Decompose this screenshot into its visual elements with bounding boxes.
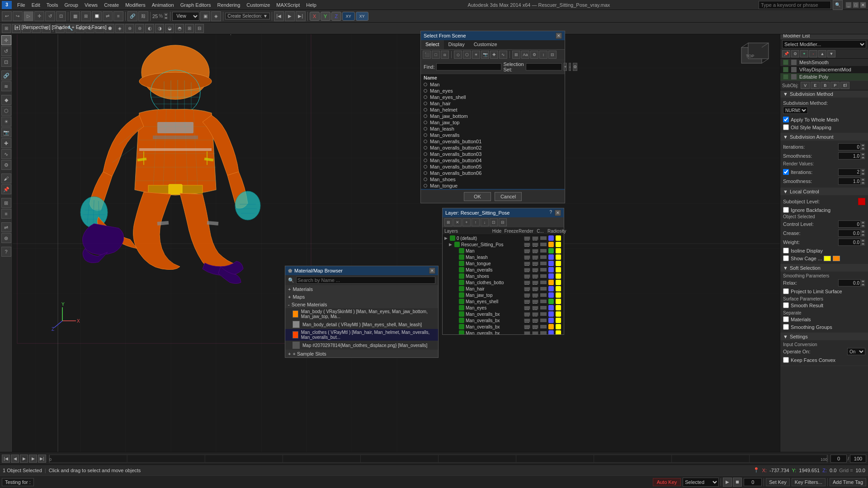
tool-snap[interactable]: ⊞ [1, 198, 11, 208]
tool-spacewarp2[interactable]: ∿ [1, 149, 11, 159]
sel-set-btn2[interactable]: - [569, 63, 571, 71]
scene-radio-btn04[interactable] [424, 159, 427, 162]
menu-group[interactable]: Group [61, 1, 81, 9]
add-time-tag-btn[interactable]: Add Time Tag [830, 478, 866, 486]
iterations-up[interactable]: ▲ [861, 144, 865, 147]
scene-radio-tongue[interactable] [424, 184, 427, 188]
tool-link[interactable]: 🔗 [1, 70, 11, 80]
render-iterations-input[interactable] [838, 169, 861, 176]
scene-item-man-eyes-shell[interactable]: Man_eyes_shell [421, 94, 565, 100]
layer-list-item[interactable]: ▶ Rescuer_Sitting_Pos ---- ---- [443, 241, 564, 248]
remove-modifier-btn[interactable]: - [809, 50, 817, 57]
layer-list-item[interactable]: Man_overalls_bx ---- ---- [443, 330, 564, 334]
menu-file[interactable]: File [14, 1, 28, 9]
show-cage-cb[interactable] [783, 255, 789, 261]
scene-radio-man[interactable] [424, 83, 427, 86]
maximize-button[interactable]: □ [853, 2, 859, 8]
tool-rivet[interactable]: 📌 [1, 184, 11, 194]
scene-item-man-helmet[interactable]: Man_helmet [421, 107, 565, 113]
view-btn[interactable]: ▣ [200, 11, 210, 21]
tb3-12[interactable]: ◈ [115, 24, 124, 33]
scene-item-button05[interactable]: Man_overalls_button05 [421, 164, 565, 170]
tb3-13[interactable]: ⊛ [125, 24, 134, 33]
ctrl-level-down[interactable]: ▼ [861, 225, 865, 228]
prev-frame-btn[interactable]: |◀ [274, 11, 284, 21]
layer-list-item[interactable]: Man ---- ---- [443, 248, 564, 254]
mirror-btn[interactable]: ⇌ [103, 11, 113, 21]
relax-up[interactable]: ▲ [861, 280, 865, 283]
keep-faces-convex-cb[interactable] [783, 357, 789, 363]
layer-expand-icon[interactable]: ▶ [444, 236, 450, 240]
crease-up[interactable]: ▲ [861, 230, 865, 233]
scene-radio-jaw-top[interactable] [424, 121, 427, 124]
tool-helper[interactable]: ✚ [1, 138, 11, 148]
menu-views[interactable]: Views [82, 1, 100, 9]
tb3-17[interactable]: ◒ [165, 24, 174, 33]
mat-maps-header[interactable]: + Maps [285, 293, 438, 300]
scene-item-man[interactable]: Man [421, 81, 565, 88]
layer-color-swatch[interactable] [548, 273, 554, 279]
layer-list-item[interactable]: Man_tongue ---- ---- [443, 260, 564, 267]
columns-btn[interactable]: ⊟ [548, 51, 557, 59]
timeline-start-btn[interactable]: |◀ [2, 455, 10, 463]
undo-btn[interactable]: ↩ [2, 11, 12, 21]
modifier-checkbox3[interactable] [783, 74, 788, 80]
relax-input[interactable] [838, 279, 861, 286]
layer-color-swatch[interactable] [548, 299, 554, 304]
mat-item-body-detail[interactable]: Man_body_detail ( VRayMtl ) [Man_eyes_sh… [285, 320, 438, 329]
smoothing-groups-cb[interactable] [783, 324, 789, 330]
layer-list-item[interactable]: Man_overalls_bx ---- ---- [443, 317, 564, 324]
scene-radio-btn01[interactable] [424, 140, 427, 143]
menu-customize[interactable]: Customize [244, 1, 273, 9]
cage-color2[interactable] [833, 256, 840, 261]
scene-item-man-jaw-bottom[interactable]: Man_jaw_bottom [421, 113, 565, 119]
ctrl-level-up[interactable]: ▲ [861, 221, 865, 224]
menu-animation[interactable]: Animation [149, 1, 177, 9]
layer-color-swatch[interactable] [548, 324, 554, 329]
selection-set-input[interactable] [526, 63, 562, 70]
testing-for-label[interactable]: Testing for : [2, 478, 34, 486]
layer-tool2[interactable]: ✕ [453, 218, 462, 226]
case-btn[interactable]: Aa [521, 51, 529, 59]
ignore-backfacing-cb[interactable] [783, 207, 789, 213]
total-frames-input[interactable]: 100 [850, 455, 866, 463]
smoothness-input[interactable] [838, 152, 861, 160]
subobj-edge-btn[interactable]: E [811, 82, 820, 89]
layer-list-item[interactable]: Man_eyes ---- ---- [443, 305, 564, 311]
z-axis-btn[interactable]: Z [331, 12, 341, 21]
scale-btn[interactable]: ⊡ [56, 11, 66, 21]
crease-down[interactable]: ▼ [861, 234, 865, 237]
next-frame-btn[interactable]: ▶| [296, 11, 306, 21]
current-frame-input[interactable]: 0 [830, 455, 847, 463]
find-input[interactable] [436, 63, 501, 70]
iterations-input[interactable] [838, 143, 861, 150]
mat-item-map[interactable]: Map #2070297814{Man_clothes_displace.png… [285, 341, 438, 350]
scene-radio-shoes[interactable] [424, 178, 427, 181]
tool-geometry[interactable]: ◆ [1, 95, 11, 105]
layer-color-swatch[interactable] [548, 286, 554, 291]
scene-radio-overalls[interactable] [424, 133, 427, 137]
tool-shape[interactable]: ⬡ [1, 106, 11, 116]
modifier-checkbox[interactable] [783, 60, 788, 65]
layer-color-swatch[interactable] [548, 248, 554, 253]
none-btn[interactable]: □ [432, 51, 440, 59]
modifier-editable-poly[interactable]: Editable Poly [780, 73, 868, 80]
sel-set-btn1[interactable]: + [564, 63, 567, 71]
crease-input[interactable] [838, 230, 861, 237]
menu-graph-editors[interactable]: Graph Editors [178, 1, 214, 9]
material-browser-close-btn[interactable]: ✕ [429, 267, 435, 274]
tb3-1[interactable]: ⊞ [2, 24, 11, 33]
operate-on-select[interactable]: On [847, 348, 865, 355]
layer-list-item[interactable]: Man_overalls_bx ---- ---- [443, 324, 564, 330]
xy-plane-btn[interactable]: XY [356, 12, 368, 21]
menu-tools[interactable]: Tools [44, 1, 61, 9]
project-limit-cb[interactable] [783, 288, 789, 294]
subdivision-method-header[interactable]: ▼ Subdivision Method [780, 90, 868, 98]
scene-radio-btn05[interactable] [424, 165, 427, 169]
align-btn[interactable]: ≡ [113, 11, 123, 21]
set-key-btn[interactable]: Set Key [766, 478, 790, 486]
move-down-btn[interactable]: ▼ [827, 50, 835, 57]
tb3-11[interactable]: ⬟ [105, 24, 114, 33]
viewport[interactable]: [+] [Perspective] [Shaded + Edged Faces]… [13, 23, 780, 465]
tb3-19[interactable]: ⊞ [185, 24, 194, 33]
